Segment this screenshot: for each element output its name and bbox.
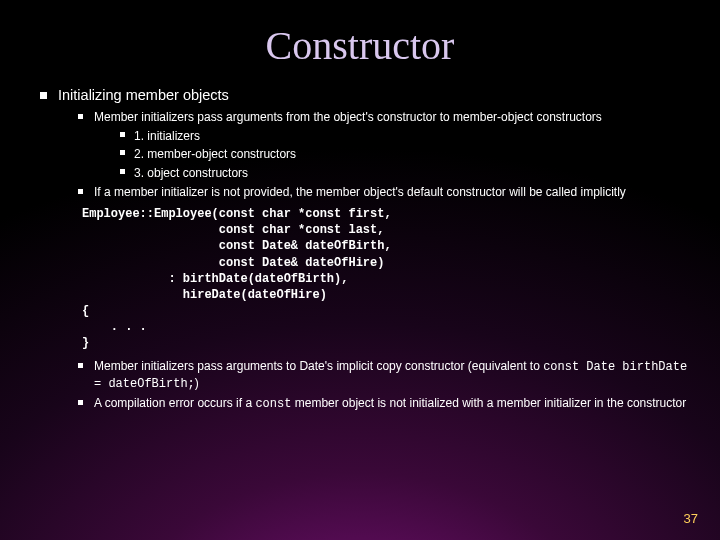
page-number: 37: [684, 511, 698, 526]
sub-bullet-1-text: Member initializers pass arguments from …: [94, 110, 602, 124]
slide-title: Constructor: [28, 22, 692, 69]
bullet-list-subsub: 1. initializers 2. member-object constru…: [94, 128, 692, 181]
bullet-list-top: Initializing member objects Member initi…: [28, 87, 692, 412]
subsub-3: 3. object constructors: [120, 165, 692, 181]
code-block: Employee::Employee(const char *const fir…: [82, 206, 692, 352]
sub-bullet-2: If a member initializer is not provided,…: [78, 184, 692, 200]
subsub-1: 1. initializers: [120, 128, 692, 144]
sub4-b: member object is not initialized with a …: [291, 396, 686, 410]
sub3-post: ): [195, 376, 199, 390]
bullet-list-sub: Member initializers pass arguments from …: [58, 109, 692, 200]
bullet-main: Initializing member objects Member initi…: [40, 87, 692, 412]
sub-bullet-4: A compilation error occurs if a const me…: [78, 395, 692, 412]
sub4-a: A compilation error occurs if a: [94, 396, 255, 410]
sub3-pre: Member initializers pass arguments to Da…: [94, 359, 543, 373]
subsub-2: 2. member-object constructors: [120, 146, 692, 162]
bullet-list-sub-2: Member initializers pass arguments to Da…: [58, 358, 692, 413]
slide: Constructor Initializing member objects …: [0, 0, 720, 540]
sub4-code: const: [255, 397, 291, 411]
sub-bullet-1: Member initializers pass arguments from …: [78, 109, 692, 181]
bullet-main-text: Initializing member objects: [58, 87, 229, 103]
sub-bullet-3: Member initializers pass arguments to Da…: [78, 358, 692, 392]
